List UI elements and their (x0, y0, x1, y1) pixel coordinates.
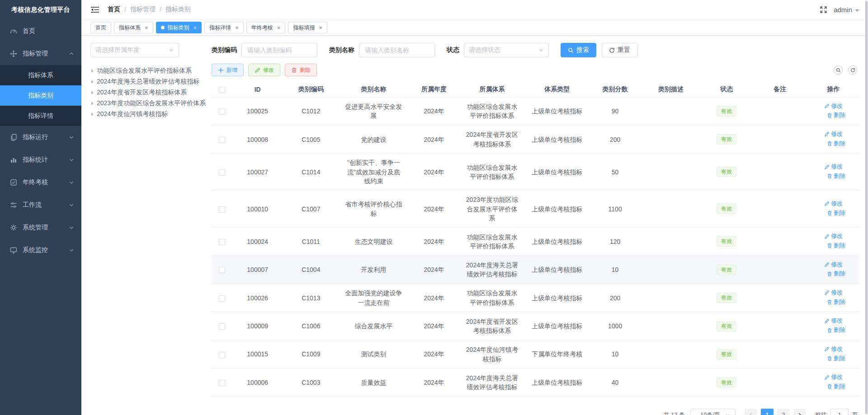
delete-icon (827, 271, 832, 277)
page-number-button[interactable]: 1 (761, 409, 774, 415)
sidebar-subitem-indicator-detail[interactable]: 指标详情 (0, 106, 81, 126)
table-row: 100026C1013全面加强党的建设争一流走在前2024年功能区综合发展水平评… (212, 284, 859, 312)
row-checkbox[interactable] (219, 239, 225, 245)
sidebar-item-indicator-management[interactable]: 指标管理 (0, 42, 81, 65)
refresh-table-icon[interactable] (848, 65, 857, 75)
goto-page-input[interactable] (830, 409, 849, 415)
close-tab-icon[interactable]: × (145, 25, 148, 31)
tree-node[interactable]: 2023年度功能区综合发展水平评价体系 (90, 98, 212, 109)
tree-node[interactable]: 2024年度海关总署绩效评估考核指标 (90, 76, 212, 87)
search-button[interactable]: 搜索 (561, 43, 596, 57)
tree-node[interactable]: 功能区综合发展水平评价指标体系 (90, 65, 212, 76)
sidebar-item-workflow[interactable]: 工作流 (0, 194, 81, 216)
tab-item[interactable]: 指标填报× (288, 22, 327, 33)
row-code: C1009 (283, 340, 339, 368)
sidebar-item-system-management[interactable]: 系统管理 (0, 216, 81, 239)
sidebar-subitem-indicator-system[interactable]: 指标体系 (0, 65, 81, 85)
row-ops-cell: 修改删除 (808, 312, 859, 340)
delete-row-button[interactable]: 删除 (827, 111, 845, 120)
row-score: 10 (590, 256, 641, 284)
edit-row-button[interactable]: 修改 (824, 345, 843, 354)
status-badge: 有效 (717, 293, 736, 303)
delete-row-button[interactable]: 删除 (827, 172, 845, 181)
delete-button[interactable]: 删除 (285, 64, 317, 76)
sidebar-subitem-indicator-category[interactable]: 指标类别 (0, 85, 81, 106)
row-code: C1005 (283, 125, 339, 153)
year-select[interactable]: 请选择所属年度 (90, 43, 179, 57)
edit-row-button[interactable]: 修改 (824, 289, 843, 297)
edit-row-button[interactable]: 修改 (824, 317, 843, 325)
delete-row-button[interactable]: 删除 (827, 298, 845, 307)
prev-page-button[interactable] (745, 409, 757, 415)
edit-row-button[interactable]: 修改 (824, 373, 843, 382)
edit-button[interactable]: 修改 (248, 64, 280, 76)
tree-expand-icon[interactable] (91, 69, 94, 73)
row-ops-cell: 修改删除 (808, 284, 859, 312)
code-input[interactable] (241, 43, 317, 57)
status-select[interactable]: 请选择状态 (464, 43, 549, 57)
tree-expand-icon[interactable] (91, 91, 94, 94)
table-row: 100027C1014"创新实干、事争一流"成效加减分及底线约束2024年功能区… (212, 154, 859, 191)
search-toggle-icon[interactable] (834, 65, 843, 75)
tab-active[interactable]: 指标类别× (156, 22, 202, 33)
row-checkbox[interactable] (219, 108, 225, 115)
chevron-down-icon (725, 412, 731, 415)
row-checkbox[interactable] (219, 323, 225, 330)
tab-item[interactable]: 首页 (90, 22, 111, 33)
page-size-select[interactable]: 10条/页 (690, 409, 736, 415)
row-checkbox[interactable] (219, 267, 225, 273)
table-row: 100025C1012促进更高水平安全发展2024年功能区综合发展水平评价指标体… (212, 97, 859, 125)
tree-expand-icon[interactable] (91, 80, 94, 84)
tree-node[interactable]: 2024年度仙河镇考核指标 (90, 109, 212, 120)
add-button[interactable]: 新增 (212, 64, 244, 76)
breadcrumb-item[interactable]: 首页 (108, 5, 120, 14)
delete-row-button[interactable]: 删除 (827, 242, 845, 250)
edit-row-button[interactable]: 修改 (824, 200, 843, 208)
close-tab-icon[interactable]: × (319, 25, 322, 31)
collapse-sidebar-icon[interactable] (90, 6, 99, 13)
sidebar-item-indicator-run[interactable]: 指标运行 (0, 126, 81, 149)
next-page-button[interactable] (793, 409, 806, 415)
sidebar-item-year-assessment[interactable]: 年终考核 (0, 171, 81, 194)
close-tab-icon[interactable]: × (193, 25, 197, 31)
tab-item[interactable]: 年终考核× (246, 22, 286, 33)
tree-node[interactable]: 2024年度省开发区考核指标体系 (90, 87, 212, 98)
row-checkbox[interactable] (219, 206, 225, 213)
tree-expand-icon[interactable] (91, 112, 94, 116)
edit-row-button[interactable]: 修改 (824, 261, 843, 269)
page-number-button[interactable]: 2 (777, 409, 790, 415)
edit-row-button[interactable]: 修改 (824, 232, 843, 241)
delete-row-button[interactable]: 删除 (827, 209, 845, 218)
user-menu[interactable]: admin (834, 6, 859, 14)
select-all-checkbox[interactable] (219, 87, 225, 93)
edit-row-button[interactable]: 修改 (824, 130, 843, 139)
edit-row-button[interactable]: 修改 (824, 163, 843, 171)
close-tab-icon[interactable]: × (277, 25, 281, 31)
row-checkbox[interactable] (219, 137, 225, 143)
delete-row-button[interactable]: 删除 (827, 382, 845, 391)
sidebar-item-system-monitor[interactable]: 系统监控 (0, 239, 81, 261)
reset-button[interactable]: 重置 (602, 43, 637, 57)
sidebar-item-indicator-stats[interactable]: 指标统计 (0, 149, 81, 171)
window-scrollbar[interactable] (865, 0, 868, 415)
row-checkbox[interactable] (219, 169, 225, 176)
delete-row-button[interactable]: 删除 (827, 270, 845, 278)
row-checkbox[interactable] (219, 352, 225, 358)
delete-row-button[interactable]: 删除 (827, 326, 845, 335)
tab-item[interactable]: 指标详情× (204, 22, 244, 33)
delete-row-button[interactable]: 删除 (827, 140, 845, 148)
sidebar-item-home[interactable]: 首页 (0, 20, 81, 42)
edit-row-button[interactable]: 修改 (824, 102, 843, 111)
tab-item[interactable]: 指标体系× (114, 22, 153, 33)
fullscreen-icon[interactable] (820, 6, 827, 14)
table-toolbar: 新增 修改 删除 (212, 64, 859, 76)
row-checkbox[interactable] (219, 380, 225, 386)
row-year: 2024年 (409, 154, 460, 191)
close-tab-icon[interactable]: × (235, 25, 239, 31)
row-checkbox[interactable] (219, 295, 225, 302)
name-input[interactable] (359, 43, 435, 57)
row-remark (752, 125, 808, 153)
tree-expand-icon[interactable] (91, 102, 94, 105)
delete-row-button[interactable]: 删除 (827, 354, 845, 363)
scrollbar-thumb[interactable] (865, 1, 868, 414)
